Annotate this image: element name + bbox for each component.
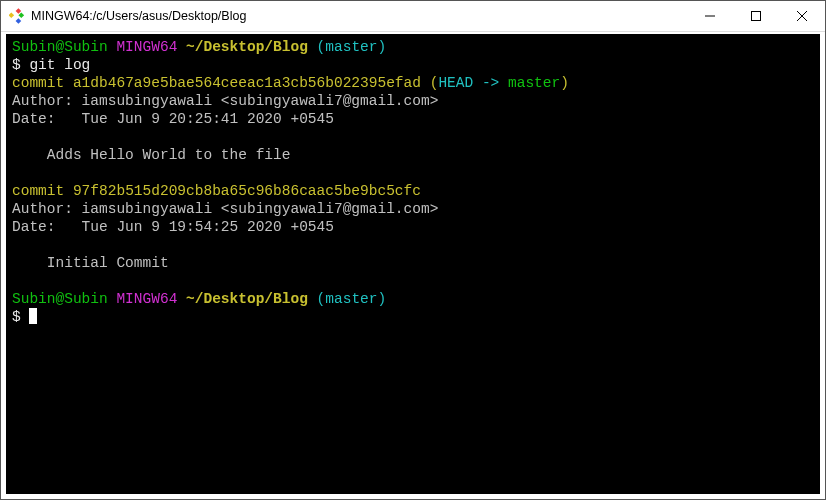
- terminal-window: MINGW64:/c/Users/asus/Desktop/Blog Subin…: [0, 0, 826, 500]
- prompt-branch: master: [325, 291, 377, 307]
- prompt-user: Subin@Subin: [12, 291, 108, 307]
- close-button[interactable]: [779, 1, 825, 31]
- svg-rect-2: [16, 18, 22, 24]
- svg-rect-0: [16, 8, 22, 14]
- terminal-body[interactable]: Subin@Subin MINGW64 ~/Desktop/Blog (mast…: [1, 32, 825, 499]
- commit-line: commit 97f82b515d209cb8ba65c96b86caac5be…: [12, 182, 814, 200]
- prompt-line: Subin@Subin MINGW64 ~/Desktop/Blog (mast…: [12, 290, 814, 308]
- window-controls: [687, 1, 825, 31]
- commit-hash: 97f82b515d209cb8ba65c96b86caac5be9bc5cfc: [73, 183, 421, 199]
- commit-line: commit a1db467a9e5bae564ceeac1a3cb56b022…: [12, 74, 814, 92]
- commit-message: Initial Commit: [12, 254, 814, 272]
- commit-message: Adds Hello World to the file: [12, 146, 814, 164]
- window-title: MINGW64:/c/Users/asus/Desktop/Blog: [31, 9, 687, 23]
- titlebar[interactable]: MINGW64:/c/Users/asus/Desktop/Blog: [1, 1, 825, 32]
- blank-line: [12, 128, 814, 146]
- maximize-button[interactable]: [733, 1, 779, 31]
- blank-line: [12, 164, 814, 182]
- date-line: Date: Tue Jun 9 20:25:41 2020 +0545: [12, 110, 814, 128]
- command-line: $: [12, 308, 814, 326]
- prompt-branch-open: (: [317, 291, 326, 307]
- app-icon: [9, 8, 25, 24]
- author-line: Author: iamsubingyawali <subingyawali7@g…: [12, 92, 814, 110]
- paren-close: ): [560, 75, 569, 91]
- svg-rect-5: [752, 12, 761, 21]
- prompt-dollar: $: [12, 309, 21, 325]
- prompt-path: ~/Desktop/Blog: [186, 291, 308, 307]
- command-text: git log: [29, 57, 90, 73]
- svg-rect-1: [18, 12, 24, 18]
- commit-label: commit: [12, 183, 64, 199]
- prompt-branch: master: [325, 39, 377, 55]
- prompt-line: Subin@Subin MINGW64 ~/Desktop/Blog (mast…: [12, 38, 814, 56]
- minimize-button[interactable]: [687, 1, 733, 31]
- cursor: [29, 308, 37, 324]
- prompt-path: ~/Desktop/Blog: [186, 39, 308, 55]
- blank-line: [12, 272, 814, 290]
- svg-rect-3: [9, 12, 14, 18]
- command-line: $ git log: [12, 56, 814, 74]
- prompt-env: MINGW64: [116, 291, 177, 307]
- date-line: Date: Tue Jun 9 19:54:25 2020 +0545: [12, 218, 814, 236]
- prompt-branch-close: ): [378, 291, 387, 307]
- prompt-env: MINGW64: [116, 39, 177, 55]
- head-ref: HEAD ->: [438, 75, 508, 91]
- author-line: Author: iamsubingyawali <subingyawali7@g…: [12, 200, 814, 218]
- prompt-branch-close: ): [378, 39, 387, 55]
- branch-ref: master: [508, 75, 560, 91]
- commit-label: commit: [12, 75, 64, 91]
- prompt-user: Subin@Subin: [12, 39, 108, 55]
- commit-hash: a1db467a9e5bae564ceeac1a3cb56b022395efad: [73, 75, 421, 91]
- blank-line: [12, 236, 814, 254]
- prompt-branch-open: (: [317, 39, 326, 55]
- prompt-dollar: $: [12, 57, 21, 73]
